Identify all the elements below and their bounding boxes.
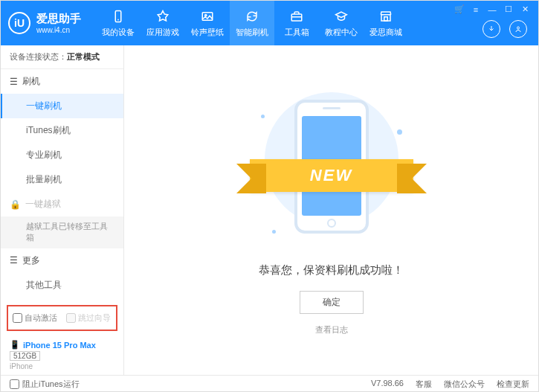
group-jailbreak: 🔒 一键越狱 (1, 192, 123, 216)
image-icon (199, 8, 216, 25)
nav-ringtones[interactable]: 铃声壁纸 (185, 1, 230, 45)
group-more[interactable]: ☰ 更多 (1, 248, 123, 273)
toolbox-icon (288, 8, 305, 25)
svg-rect-6 (381, 15, 390, 21)
app-url: www.i4.cn (36, 26, 81, 34)
logo-area: iU 爱思助手 www.i4.cn (8, 12, 81, 34)
svg-point-3 (205, 14, 207, 16)
logo-icon: iU (8, 12, 30, 34)
view-log-link[interactable]: 查看日志 (315, 324, 348, 335)
main-nav: 我的设备 应用游戏 铃声壁纸 智能刷机 工具箱 教程中心 爱思商城 (96, 1, 408, 45)
sidebar-download-fw[interactable]: 下载固件 (1, 298, 123, 301)
jailbreak-moved-note: 越狱工具已转移至工具箱 (1, 216, 123, 248)
device-info: 📱 iPhone 15 Pro Max 512GB iPhone (1, 335, 123, 375)
success-message: 恭喜您，保资料刷机成功啦！ (259, 263, 404, 277)
wechat-link[interactable]: 微信公众号 (444, 379, 485, 390)
device-type: iPhone (10, 362, 114, 370)
phone-small-icon: 📱 (10, 340, 20, 350)
footer: 阻止iTunes运行 V7.98.66 客服 微信公众号 检查更新 (1, 375, 538, 392)
version-label: V7.98.66 (371, 379, 404, 390)
nav-apps[interactable]: 应用游戏 (141, 1, 185, 45)
ok-button[interactable]: 确定 (300, 291, 364, 314)
connection-status: 设备连接状态：正常模式 (1, 45, 123, 69)
main-content: NEW 恭喜您，保资料刷机成功啦！ 确定 查看日志 (124, 45, 538, 375)
sidebar: 设备连接状态：正常模式 ☰ 刷机 一键刷机 iTunes刷机 专业刷机 批量刷机… (1, 45, 124, 375)
menu-icon[interactable]: ≡ (470, 5, 482, 14)
sidebar-pro-flash[interactable]: 专业刷机 (1, 143, 123, 167)
download-circle-icon[interactable] (482, 20, 500, 38)
nav-flash[interactable]: 智能刷机 (230, 1, 274, 45)
store-icon (378, 8, 394, 25)
sidebar-onekey-flash[interactable]: 一键刷机 (1, 94, 123, 118)
nav-toolbox[interactable]: 工具箱 (274, 1, 319, 45)
update-link[interactable]: 检查更新 (497, 379, 529, 390)
device-storage: 512GB (10, 351, 40, 361)
list-icon: ☰ (10, 255, 18, 266)
close-button[interactable]: ✕ (519, 4, 531, 14)
user-circle-icon[interactable] (509, 20, 527, 38)
header-action-circles (482, 20, 527, 38)
maximize-button[interactable]: ☐ (503, 4, 514, 14)
nav-store[interactable]: 爱思商城 (364, 1, 408, 45)
group-flash[interactable]: ☰ 刷机 (1, 69, 123, 94)
auto-activate-checkbox[interactable]: 自动激活 (13, 312, 57, 324)
lock-icon: 🔒 (10, 199, 21, 210)
app-header: iU 爱思助手 www.i4.cn 我的设备 应用游戏 铃声壁纸 智能刷机 工具… (1, 1, 538, 45)
cart-icon[interactable]: 🛒 (454, 4, 465, 14)
sidebar-other-tools[interactable]: 其他工具 (1, 273, 123, 298)
nav-tutorial[interactable]: 教程中心 (319, 1, 364, 45)
device-name[interactable]: 📱 iPhone 15 Pro Max (10, 340, 114, 350)
app-name: 爱思助手 (36, 12, 81, 25)
block-itunes-checkbox[interactable]: 阻止iTunes运行 (10, 379, 80, 390)
refresh-icon (244, 8, 260, 25)
phone-icon (110, 8, 126, 25)
svg-rect-7 (384, 17, 388, 21)
sidebar-itunes-flash[interactable]: iTunes刷机 (1, 118, 123, 143)
minimize-button[interactable]: — (486, 5, 498, 14)
window-controls: 🛒 ≡ — ☐ ✕ (454, 4, 531, 14)
sidebar-batch-flash[interactable]: 批量刷机 (1, 167, 123, 192)
support-link[interactable]: 客服 (416, 379, 432, 390)
new-ribbon: NEW (250, 159, 413, 192)
list-icon: ☰ (10, 77, 18, 87)
nav-my-device[interactable]: 我的设备 (96, 1, 141, 45)
highlighted-options: 自动激活 跳过向导 (7, 305, 117, 331)
skip-guide-checkbox[interactable]: 跳过向导 (66, 312, 111, 324)
appstore-icon (155, 8, 171, 25)
success-illustration: NEW (257, 85, 406, 248)
svg-point-8 (517, 27, 520, 29)
graduation-icon (333, 8, 349, 25)
